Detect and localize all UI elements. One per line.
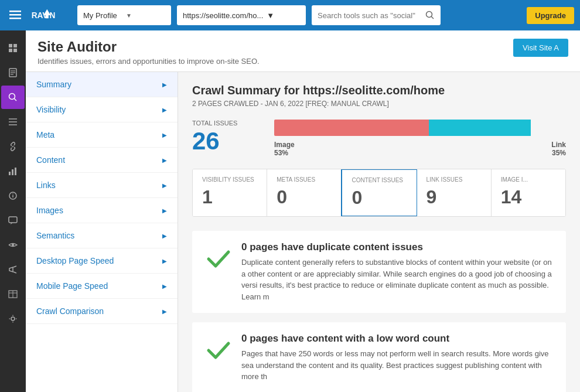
search-bar[interactable] [312, 5, 441, 25]
nav-file-icon[interactable] [1, 61, 25, 84]
url-chevron-icon: ▼ [267, 11, 300, 20]
content-item-duplicate: 0 pages have duplicate content issues Du… [192, 231, 566, 313]
sidebar-item-mobile-speed[interactable]: Mobile Page Speed ▶ [26, 274, 178, 299]
total-issues-box: TOTAL ISSUES 26 [192, 120, 262, 154]
nav-megaphone-icon[interactable] [1, 258, 25, 281]
total-issues-label: TOTAL ISSUES [192, 120, 262, 127]
sidebar-arrow-visibility: ▶ [162, 107, 167, 113]
issue-card-links[interactable]: LINK ISSUES 9 [417, 169, 492, 216]
sidebar-item-semantics[interactable]: Semantics ▶ [26, 223, 178, 248]
issue-card-meta[interactable]: META ISSUES 0 [267, 169, 342, 216]
sidebar-label-semantics: Semantics [36, 231, 74, 240]
issue-card-image-number: 14 [501, 186, 556, 208]
issues-section: TOTAL ISSUES 26 Image 53% Link [192, 120, 566, 157]
issue-cards: VISIBILITY ISSUES 1 META ISSUES 0 CONTEN… [192, 169, 566, 217]
page-header-left: Site Auditor Identifies issues, errors a… [37, 39, 260, 66]
sidebar-arrow-summary: ▶ [162, 81, 167, 88]
page-subtitle: Identifies issues, errors and opportunit… [37, 57, 260, 66]
sidebar-arrow-crawl-comparison: ▶ [162, 308, 167, 315]
check-icon-duplicate [204, 244, 232, 272]
svg-rect-23 [12, 169, 13, 175]
content-item-duplicate-title: 0 pages have duplicate content issues [241, 241, 554, 253]
svg-text:N: N [50, 11, 56, 20]
sidebar-item-meta[interactable]: Meta ▶ [26, 122, 178, 148]
profile-dropdown[interactable]: My Profile ▼ [77, 5, 171, 25]
sidebar-item-summary[interactable]: Summary ▶ [26, 72, 178, 97]
sidebar-item-content[interactable]: Content ▶ [26, 148, 178, 173]
nav-bar-chart-icon[interactable] [1, 159, 25, 183]
profile-label: My Profile [83, 11, 122, 20]
sidebar-arrow-links: ▶ [162, 182, 167, 189]
svg-point-29 [12, 244, 14, 246]
content-item-wordcount: 0 pages have content with a low word cou… [192, 322, 566, 392]
main-layout: Site Auditor Identifies issues, errors a… [26, 30, 580, 392]
svg-rect-1 [9, 14, 21, 16]
sidebar-label-meta: Meta [36, 130, 54, 139]
sidebar-item-visibility[interactable]: Visibility ▶ [26, 97, 178, 122]
sidebar-label-content: Content [36, 155, 65, 165]
issue-card-content[interactable]: CONTENT ISSUES 0 [341, 169, 417, 217]
issue-card-content-number: 0 [352, 187, 407, 209]
issue-card-links-number: 9 [427, 186, 482, 208]
nav-eye-icon[interactable] [1, 233, 25, 257]
bar-link [429, 120, 531, 136]
page-title: Site Auditor [37, 39, 260, 55]
nav-grid-icon[interactable] [1, 36, 25, 60]
sidebar-label-desktop-speed: Desktop Page Speed [36, 256, 114, 265]
content-item-wordcount-body-text: Pages that have 250 words or less may no… [241, 348, 554, 383]
search-icon [425, 11, 435, 20]
nav-gear-icon[interactable] [1, 307, 25, 330]
nav-chat-icon[interactable] [1, 209, 25, 232]
nav-table-icon[interactable] [1, 282, 25, 306]
hamburger-menu[interactable] [6, 6, 25, 25]
svg-rect-2 [9, 18, 21, 19]
sidebar-item-crawl-comparison[interactable]: Crawl Comparison ▶ [26, 299, 178, 324]
nav-link-icon[interactable] [1, 135, 25, 158]
url-dropdown[interactable]: https://seolitte.com/ho... ▼ [177, 5, 306, 25]
svg-rect-9 [13, 44, 17, 47]
issues-bar-section: Image 53% Link 35% [274, 120, 566, 157]
upgrade-button[interactable]: Upgrade [527, 7, 574, 24]
issues-bar [274, 120, 566, 136]
sidebar-arrow-images: ▶ [162, 207, 167, 214]
issue-card-content-label: CONTENT ISSUES [352, 177, 407, 183]
svg-line-31 [13, 266, 16, 267]
svg-line-21 [12, 146, 13, 147]
content-item-wordcount-title: 0 pages have content with a low word cou… [241, 333, 554, 345]
sidebar-label-images: Images [36, 206, 63, 215]
sidebar-arrow-meta: ▶ [162, 132, 167, 138]
issue-card-image-label: IMAGE I... [501, 176, 556, 183]
main-content: Crawl Summary for https://seolitte.com/h… [178, 72, 580, 392]
sidebar-item-desktop-speed[interactable]: Desktop Page Speed ▶ [26, 248, 178, 274]
svg-line-17 [14, 98, 16, 101]
sidebar-item-links[interactable]: Links ▶ [26, 173, 178, 198]
crawl-summary-subtitle: 2 PAGES CRAWLED - JAN 6, 2022 [FREQ: MAN… [192, 100, 566, 108]
bar-label-image: Image 53% [274, 141, 295, 157]
profile-chevron-icon: ▼ [126, 12, 165, 19]
svg-point-27 [12, 193, 13, 195]
bar-link-pct: 35% [551, 149, 566, 157]
check-icon-wordcount [204, 335, 232, 363]
content-item-wordcount-body: 0 pages have content with a low word cou… [241, 333, 554, 383]
left-icon-navigation [0, 30, 26, 392]
svg-rect-22 [9, 172, 11, 175]
page-header: Site Auditor Identifies issues, errors a… [26, 30, 580, 72]
bar-link-label: Link [551, 141, 566, 149]
content-area: Summary ▶ Visibility ▶ Meta ▶ Content ▶ … [26, 72, 580, 392]
visit-site-button[interactable]: Visit Site A [513, 39, 568, 57]
nav-info-icon[interactable] [1, 184, 25, 207]
nav-list-icon[interactable] [1, 110, 25, 134]
sidebar-arrow-mobile-speed: ▶ [162, 283, 167, 289]
issue-card-image[interactable]: IMAGE I... 14 [492, 169, 565, 216]
nav-search-icon[interactable] [1, 86, 25, 109]
content-item-duplicate-body-text: Duplicate content generally refers to su… [241, 257, 554, 302]
search-input[interactable] [318, 11, 422, 20]
issue-card-visibility-number: 1 [202, 186, 257, 208]
bar-image [274, 120, 429, 136]
svg-rect-10 [9, 49, 12, 52]
sidebar-item-images[interactable]: Images ▶ [26, 198, 178, 223]
content-item-duplicate-body: 0 pages have duplicate content issues Du… [241, 241, 554, 302]
issue-card-visibility[interactable]: VISIBILITY ISSUES 1 [193, 169, 267, 216]
issue-card-links-label: LINK ISSUES [427, 176, 482, 183]
svg-point-36 [11, 317, 15, 321]
